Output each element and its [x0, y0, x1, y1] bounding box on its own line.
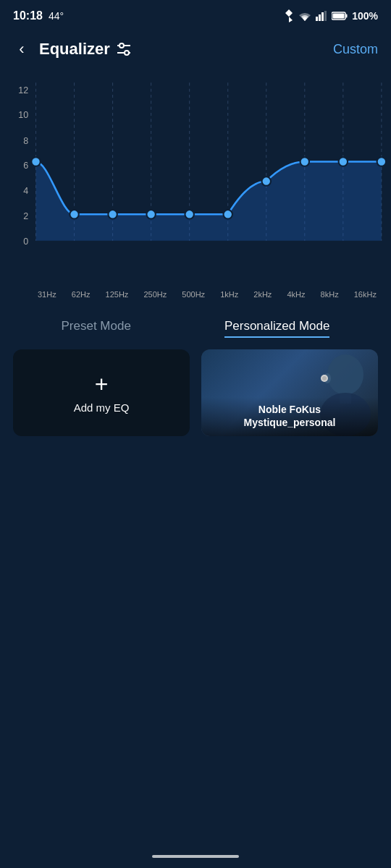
status-temp: 44° [49, 10, 64, 22]
signal-icon [316, 11, 327, 21]
page-title: Equalizer [39, 40, 110, 59]
eq-point-2khz[interactable] [262, 176, 271, 185]
svg-rect-2 [321, 12, 324, 21]
personal-eq-card[interactable]: Noble FoKus Mystique_personal [201, 349, 378, 436]
svg-rect-3 [324, 11, 327, 21]
back-button[interactable]: ‹ [9, 36, 35, 62]
eq-point-250hz[interactable] [146, 210, 155, 218]
y-label-10: 10 [18, 110, 28, 120]
add-icon: + [95, 373, 109, 396]
personal-card-overlay: Noble FoKus Mystique_personal [201, 397, 378, 436]
status-right: 100% [284, 9, 378, 22]
freq-label-1khz: 1kHz [220, 290, 238, 299]
mode-tabs: Preset Mode Personalized Mode [0, 299, 391, 349]
eq-settings-icon[interactable] [116, 43, 132, 56]
freq-label-125hz: 125Hz [106, 290, 129, 299]
eq-point-62hz[interactable] [70, 210, 78, 218]
freq-label-8khz: 8kHz [321, 290, 339, 299]
bluetooth-icon [284, 9, 294, 22]
svg-point-10 [125, 51, 129, 55]
battery-icon [332, 12, 348, 20]
eq-point-1khz[interactable] [223, 210, 232, 218]
back-arrow-icon: ‹ [19, 40, 24, 59]
freq-label-4khz: 4kHz [287, 290, 305, 299]
eq-point-125hz[interactable] [108, 210, 117, 218]
add-eq-label: Add my EQ [74, 401, 130, 414]
add-eq-card[interactable]: + Add my EQ [13, 349, 190, 436]
svg-point-11 [327, 354, 363, 395]
tab-personalized-mode[interactable]: Personalized Mode [224, 319, 330, 338]
freq-label-16khz: 16kHz [354, 290, 377, 299]
wifi-icon [298, 11, 311, 21]
eq-fill-area [36, 162, 382, 241]
y-label-6: 6 [23, 161, 28, 171]
y-label-2: 2 [23, 211, 28, 221]
svg-rect-1 [319, 14, 321, 21]
cards-row: + Add my EQ Noble FoKus Myst [0, 349, 391, 436]
y-label-0: 0 [23, 237, 28, 247]
header: ‹ Equalizer Custom [0, 29, 391, 69]
personal-card-label: Noble FoKus Mystique_personal [209, 403, 371, 429]
freq-label-31hz: 31Hz [38, 290, 56, 299]
svg-rect-6 [346, 14, 348, 18]
status-left: 10:18 44° [13, 9, 64, 22]
chart-wrapper[interactable]: 12 10 8 6 4 2 0 [7, 77, 384, 287]
freq-label-500hz: 500Hz [182, 290, 205, 299]
eq-point-8khz[interactable] [339, 157, 348, 166]
eq-point-500hz[interactable] [185, 210, 193, 218]
battery-percentage: 100% [352, 10, 378, 22]
svg-point-8 [119, 43, 124, 48]
freq-label-250hz: 250Hz [143, 290, 167, 299]
equalizer-chart-container: 12 10 8 6 4 2 0 [0, 69, 391, 299]
tab-preset-mode[interactable]: Preset Mode [62, 319, 131, 338]
eq-point-31hz[interactable] [31, 157, 40, 166]
equalizer-chart[interactable]: 12 10 8 6 4 2 0 [7, 77, 384, 287]
status-bar: 10:18 44° 100% [0, 0, 391, 29]
y-label-8: 8 [23, 136, 28, 146]
y-label-12: 12 [18, 85, 28, 95]
y-label-4: 4 [23, 186, 28, 196]
freq-label-2khz: 2kHz [253, 290, 272, 299]
custom-label[interactable]: Custom [333, 42, 378, 57]
frequency-labels: 31Hz 62Hz 125Hz 250Hz 500Hz 1kHz 2kHz 4k… [7, 287, 384, 299]
eq-point-4khz[interactable] [300, 157, 309, 166]
svg-rect-0 [316, 17, 318, 21]
eq-point-16khz[interactable] [377, 157, 386, 166]
freq-label-62hz: 62Hz [72, 290, 91, 299]
home-indicator [152, 855, 239, 858]
svg-point-16 [322, 376, 327, 380]
status-time: 10:18 [13, 9, 43, 22]
svg-rect-5 [333, 14, 345, 19]
